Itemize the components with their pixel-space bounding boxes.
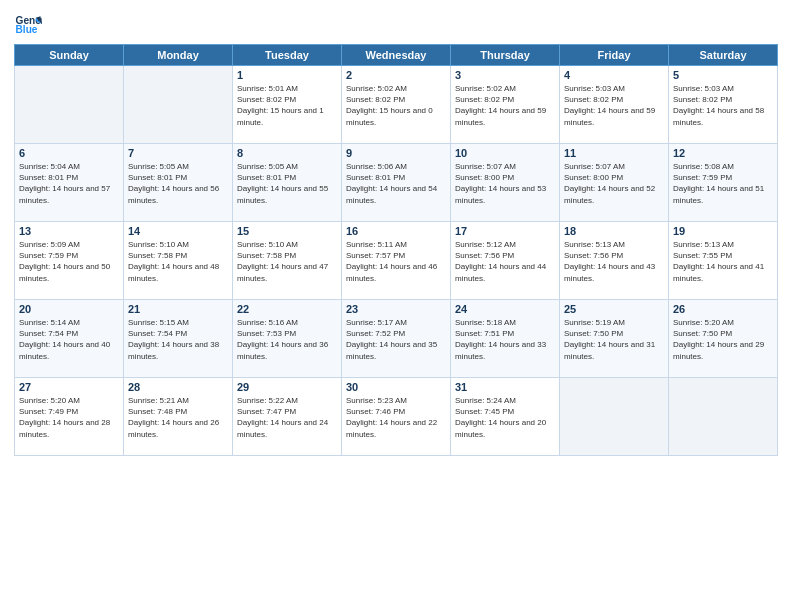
cell-info: Sunrise: 5:24 AMSunset: 7:45 PMDaylight:… bbox=[455, 395, 555, 440]
calendar-cell: 28Sunrise: 5:21 AMSunset: 7:48 PMDayligh… bbox=[124, 378, 233, 456]
calendar-cell: 30Sunrise: 5:23 AMSunset: 7:46 PMDayligh… bbox=[342, 378, 451, 456]
day-number: 18 bbox=[564, 225, 664, 237]
weekday-header-saturday: Saturday bbox=[669, 45, 778, 66]
cell-info: Sunrise: 5:12 AMSunset: 7:56 PMDaylight:… bbox=[455, 239, 555, 284]
calendar-week-1: 1Sunrise: 5:01 AMSunset: 8:02 PMDaylight… bbox=[15, 66, 778, 144]
day-number: 28 bbox=[128, 381, 228, 393]
calendar-cell bbox=[15, 66, 124, 144]
day-number: 16 bbox=[346, 225, 446, 237]
calendar-cell: 11Sunrise: 5:07 AMSunset: 8:00 PMDayligh… bbox=[560, 144, 669, 222]
cell-info: Sunrise: 5:05 AMSunset: 8:01 PMDaylight:… bbox=[237, 161, 337, 206]
day-number: 22 bbox=[237, 303, 337, 315]
header: General Blue bbox=[14, 10, 778, 38]
calendar-week-3: 13Sunrise: 5:09 AMSunset: 7:59 PMDayligh… bbox=[15, 222, 778, 300]
weekday-header-thursday: Thursday bbox=[451, 45, 560, 66]
day-number: 2 bbox=[346, 69, 446, 81]
cell-info: Sunrise: 5:13 AMSunset: 7:56 PMDaylight:… bbox=[564, 239, 664, 284]
day-number: 21 bbox=[128, 303, 228, 315]
cell-info: Sunrise: 5:22 AMSunset: 7:47 PMDaylight:… bbox=[237, 395, 337, 440]
calendar-cell: 13Sunrise: 5:09 AMSunset: 7:59 PMDayligh… bbox=[15, 222, 124, 300]
day-number: 8 bbox=[237, 147, 337, 159]
cell-info: Sunrise: 5:10 AMSunset: 7:58 PMDaylight:… bbox=[237, 239, 337, 284]
page: General Blue SundayMondayTuesdayWednesda… bbox=[0, 0, 792, 612]
logo: General Blue bbox=[14, 10, 42, 38]
cell-info: Sunrise: 5:15 AMSunset: 7:54 PMDaylight:… bbox=[128, 317, 228, 362]
weekday-header-friday: Friday bbox=[560, 45, 669, 66]
calendar-cell: 21Sunrise: 5:15 AMSunset: 7:54 PMDayligh… bbox=[124, 300, 233, 378]
cell-info: Sunrise: 5:03 AMSunset: 8:02 PMDaylight:… bbox=[564, 83, 664, 128]
day-number: 15 bbox=[237, 225, 337, 237]
day-number: 14 bbox=[128, 225, 228, 237]
calendar-cell: 3Sunrise: 5:02 AMSunset: 8:02 PMDaylight… bbox=[451, 66, 560, 144]
calendar-cell: 16Sunrise: 5:11 AMSunset: 7:57 PMDayligh… bbox=[342, 222, 451, 300]
cell-info: Sunrise: 5:10 AMSunset: 7:58 PMDaylight:… bbox=[128, 239, 228, 284]
cell-info: Sunrise: 5:17 AMSunset: 7:52 PMDaylight:… bbox=[346, 317, 446, 362]
day-number: 10 bbox=[455, 147, 555, 159]
day-number: 6 bbox=[19, 147, 119, 159]
calendar-cell: 14Sunrise: 5:10 AMSunset: 7:58 PMDayligh… bbox=[124, 222, 233, 300]
calendar-week-5: 27Sunrise: 5:20 AMSunset: 7:49 PMDayligh… bbox=[15, 378, 778, 456]
day-number: 20 bbox=[19, 303, 119, 315]
day-number: 9 bbox=[346, 147, 446, 159]
calendar-cell: 9Sunrise: 5:06 AMSunset: 8:01 PMDaylight… bbox=[342, 144, 451, 222]
calendar-cell bbox=[560, 378, 669, 456]
day-number: 4 bbox=[564, 69, 664, 81]
cell-info: Sunrise: 5:03 AMSunset: 8:02 PMDaylight:… bbox=[673, 83, 773, 128]
calendar-cell: 20Sunrise: 5:14 AMSunset: 7:54 PMDayligh… bbox=[15, 300, 124, 378]
calendar-cell: 10Sunrise: 5:07 AMSunset: 8:00 PMDayligh… bbox=[451, 144, 560, 222]
calendar-cell: 19Sunrise: 5:13 AMSunset: 7:55 PMDayligh… bbox=[669, 222, 778, 300]
calendar-week-4: 20Sunrise: 5:14 AMSunset: 7:54 PMDayligh… bbox=[15, 300, 778, 378]
calendar-cell: 8Sunrise: 5:05 AMSunset: 8:01 PMDaylight… bbox=[233, 144, 342, 222]
day-number: 24 bbox=[455, 303, 555, 315]
calendar-cell: 7Sunrise: 5:05 AMSunset: 8:01 PMDaylight… bbox=[124, 144, 233, 222]
cell-info: Sunrise: 5:18 AMSunset: 7:51 PMDaylight:… bbox=[455, 317, 555, 362]
cell-info: Sunrise: 5:06 AMSunset: 8:01 PMDaylight:… bbox=[346, 161, 446, 206]
logo-icon: General Blue bbox=[14, 10, 42, 38]
cell-info: Sunrise: 5:21 AMSunset: 7:48 PMDaylight:… bbox=[128, 395, 228, 440]
calendar-cell: 12Sunrise: 5:08 AMSunset: 7:59 PMDayligh… bbox=[669, 144, 778, 222]
day-number: 19 bbox=[673, 225, 773, 237]
calendar-cell: 24Sunrise: 5:18 AMSunset: 7:51 PMDayligh… bbox=[451, 300, 560, 378]
cell-info: Sunrise: 5:02 AMSunset: 8:02 PMDaylight:… bbox=[346, 83, 446, 128]
calendar-cell: 4Sunrise: 5:03 AMSunset: 8:02 PMDaylight… bbox=[560, 66, 669, 144]
cell-info: Sunrise: 5:13 AMSunset: 7:55 PMDaylight:… bbox=[673, 239, 773, 284]
day-number: 13 bbox=[19, 225, 119, 237]
calendar-cell bbox=[669, 378, 778, 456]
calendar-cell bbox=[124, 66, 233, 144]
day-number: 11 bbox=[564, 147, 664, 159]
day-number: 30 bbox=[346, 381, 446, 393]
day-number: 31 bbox=[455, 381, 555, 393]
calendar-cell: 29Sunrise: 5:22 AMSunset: 7:47 PMDayligh… bbox=[233, 378, 342, 456]
day-number: 12 bbox=[673, 147, 773, 159]
cell-info: Sunrise: 5:14 AMSunset: 7:54 PMDaylight:… bbox=[19, 317, 119, 362]
day-number: 3 bbox=[455, 69, 555, 81]
cell-info: Sunrise: 5:11 AMSunset: 7:57 PMDaylight:… bbox=[346, 239, 446, 284]
cell-info: Sunrise: 5:04 AMSunset: 8:01 PMDaylight:… bbox=[19, 161, 119, 206]
svg-text:Blue: Blue bbox=[16, 24, 38, 35]
calendar-cell: 2Sunrise: 5:02 AMSunset: 8:02 PMDaylight… bbox=[342, 66, 451, 144]
calendar-cell: 5Sunrise: 5:03 AMSunset: 8:02 PMDaylight… bbox=[669, 66, 778, 144]
day-number: 26 bbox=[673, 303, 773, 315]
cell-info: Sunrise: 5:09 AMSunset: 7:59 PMDaylight:… bbox=[19, 239, 119, 284]
weekday-header-tuesday: Tuesday bbox=[233, 45, 342, 66]
day-number: 1 bbox=[237, 69, 337, 81]
calendar-cell: 22Sunrise: 5:16 AMSunset: 7:53 PMDayligh… bbox=[233, 300, 342, 378]
calendar-cell: 6Sunrise: 5:04 AMSunset: 8:01 PMDaylight… bbox=[15, 144, 124, 222]
calendar-cell: 15Sunrise: 5:10 AMSunset: 7:58 PMDayligh… bbox=[233, 222, 342, 300]
calendar-cell: 17Sunrise: 5:12 AMSunset: 7:56 PMDayligh… bbox=[451, 222, 560, 300]
cell-info: Sunrise: 5:07 AMSunset: 8:00 PMDaylight:… bbox=[455, 161, 555, 206]
cell-info: Sunrise: 5:05 AMSunset: 8:01 PMDaylight:… bbox=[128, 161, 228, 206]
cell-info: Sunrise: 5:20 AMSunset: 7:49 PMDaylight:… bbox=[19, 395, 119, 440]
day-number: 25 bbox=[564, 303, 664, 315]
cell-info: Sunrise: 5:02 AMSunset: 8:02 PMDaylight:… bbox=[455, 83, 555, 128]
calendar-cell: 18Sunrise: 5:13 AMSunset: 7:56 PMDayligh… bbox=[560, 222, 669, 300]
day-number: 29 bbox=[237, 381, 337, 393]
calendar-cell: 25Sunrise: 5:19 AMSunset: 7:50 PMDayligh… bbox=[560, 300, 669, 378]
cell-info: Sunrise: 5:08 AMSunset: 7:59 PMDaylight:… bbox=[673, 161, 773, 206]
calendar-week-2: 6Sunrise: 5:04 AMSunset: 8:01 PMDaylight… bbox=[15, 144, 778, 222]
cell-info: Sunrise: 5:20 AMSunset: 7:50 PMDaylight:… bbox=[673, 317, 773, 362]
calendar-table: SundayMondayTuesdayWednesdayThursdayFrid… bbox=[14, 44, 778, 456]
day-number: 23 bbox=[346, 303, 446, 315]
day-number: 7 bbox=[128, 147, 228, 159]
weekday-header-row: SundayMondayTuesdayWednesdayThursdayFrid… bbox=[15, 45, 778, 66]
